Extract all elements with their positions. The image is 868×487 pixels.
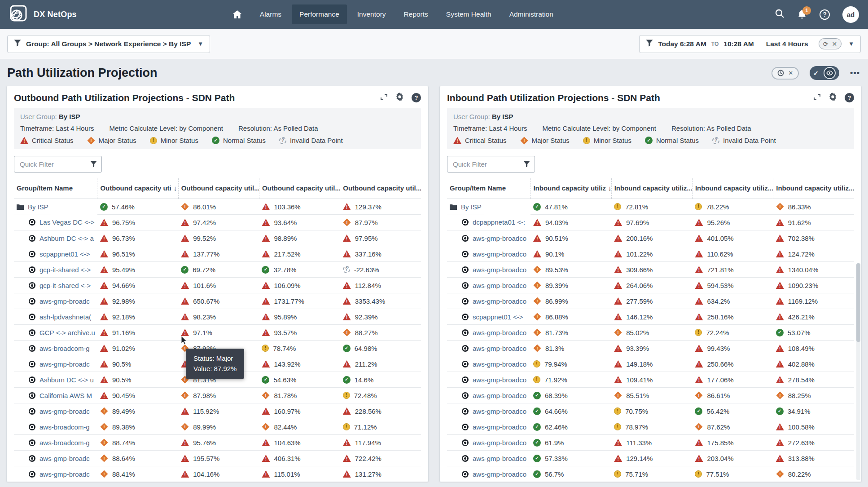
item-name-link[interactable]: aws-gmp-broadco xyxy=(473,235,526,242)
quick-filter-input[interactable] xyxy=(14,156,102,173)
metric-value: 86.33% xyxy=(788,203,811,211)
item-name-link[interactable]: ash-lpdvashneta( xyxy=(39,313,91,321)
filter-funnel-icon[interactable] xyxy=(90,161,97,169)
help-icon[interactable]: ? xyxy=(820,9,830,20)
refresh-icon[interactable]: ⟳ xyxy=(823,40,829,48)
help-icon[interactable]: ? xyxy=(845,93,854,102)
close-icon[interactable]: ✕ xyxy=(788,70,793,76)
search-icon[interactable] xyxy=(775,9,785,20)
item-name-link[interactable]: aws-gmp-broadco xyxy=(473,376,526,384)
nav-item-performance[interactable]: Performance xyxy=(292,4,347,24)
item-name-link[interactable]: scpappnet01 <-> xyxy=(473,313,523,321)
item-name-link[interactable]: aws-broadcom-g xyxy=(39,345,90,352)
metric-cell: !106.09% xyxy=(259,278,340,293)
user-avatar[interactable]: ad xyxy=(842,6,859,23)
metric-value: 90.51% xyxy=(545,235,568,242)
item-name-link[interactable]: gcp-it-shared <-> xyxy=(39,266,91,274)
column-header[interactable]: Outbound capacity util... xyxy=(340,178,421,199)
item-name-link[interactable]: California AWS M xyxy=(39,392,92,399)
item-name-link[interactable]: scpappnet01 <-> xyxy=(39,250,90,258)
major-status-icon: ! xyxy=(533,329,541,336)
normal-status-icon: ✓ xyxy=(343,376,351,384)
item-name-link[interactable]: aws-gmp-broadco xyxy=(473,439,526,447)
column-header[interactable]: Inbound capacity utiliz↓ xyxy=(530,178,611,199)
column-header[interactable]: Inbound capacity utiliz... xyxy=(773,178,854,199)
item-name-link[interactable]: aws-gmp-broadc xyxy=(39,407,90,415)
item-name-link[interactable]: aws-broadcom-g xyxy=(39,423,90,431)
item-name-link[interactable]: aws-gmp-broadco xyxy=(473,407,526,415)
item-name-link[interactable]: aws-gmp-broadco xyxy=(473,360,526,368)
critical-status-icon: ! xyxy=(20,137,28,144)
nav-item-inventory[interactable]: Inventory xyxy=(350,4,394,24)
item-name-link[interactable]: aws-gmp-broadco xyxy=(473,423,526,431)
critical-status-icon: ! xyxy=(695,282,703,289)
legend-item-normal: ✓Normal Status xyxy=(645,137,699,144)
column-header[interactable]: Inbound capacity utiliz... xyxy=(692,178,773,199)
chevron-down-icon[interactable]: ▼ xyxy=(197,40,203,47)
gear-icon[interactable] xyxy=(829,93,837,103)
item-name-cell: aws-gmp-broadco xyxy=(447,262,530,278)
item-name-link[interactable]: aws-gmp-broadco xyxy=(473,329,526,336)
item-name-link[interactable]: aws-gmp-broadco xyxy=(473,297,526,305)
scrollbar-thumb[interactable] xyxy=(856,263,860,342)
expand-view-icon[interactable] xyxy=(813,93,821,102)
item-name-link[interactable]: aws-gmp-broadco xyxy=(473,455,526,462)
nav-item-administration[interactable]: Administration xyxy=(502,4,561,24)
vertical-scrollbar[interactable] xyxy=(856,263,860,480)
group-filter-button[interactable]: Group: All Groups > Network Experience >… xyxy=(7,35,210,53)
time-chip-clear-button[interactable]: ✕ xyxy=(772,67,799,80)
item-name-link[interactable]: gcp-it-shared <-> xyxy=(39,282,91,289)
filter-funnel-icon[interactable] xyxy=(523,161,530,169)
nav-item-alarms[interactable]: Alarms xyxy=(252,4,289,24)
item-name-link[interactable]: dcpappneta01 <-: xyxy=(473,218,525,226)
metric-cell: !86.33% xyxy=(773,199,854,215)
home-icon[interactable] xyxy=(225,4,250,25)
item-name-link[interactable]: Ashburn DC <-> a xyxy=(39,235,94,242)
outbound-projections-table: Group/Item NameOutbound capacity uti↓Out… xyxy=(14,178,421,482)
metric-value: 87.98% xyxy=(193,392,216,399)
metric-cell: ✓34.91% xyxy=(773,403,854,419)
notifications-bell-icon[interactable]: 1 xyxy=(797,9,807,20)
help-icon[interactable]: ? xyxy=(412,93,421,102)
metric-cell: !278.54% xyxy=(773,372,854,388)
metric-value: 129.14% xyxy=(626,455,653,462)
item-name-link[interactable]: By ISP xyxy=(28,203,48,211)
item-name-link[interactable]: aws-gmp-broadco xyxy=(473,470,526,478)
metric-value: 89.39% xyxy=(545,282,568,289)
metric-value: 71.12% xyxy=(354,423,377,431)
gear-icon[interactable] xyxy=(395,93,404,103)
item-name-link[interactable]: aws-gmp-broadc xyxy=(39,297,90,305)
item-name-link[interactable]: aws-gmp-broadco xyxy=(473,282,526,289)
column-header[interactable]: Inbound capacity utiliz... xyxy=(611,178,692,199)
item-name-link[interactable]: aws-gmp-broadco xyxy=(473,250,526,258)
column-header[interactable]: Outbound capacity util... xyxy=(259,178,340,199)
item-name-link[interactable]: Ashburn DC <-> u xyxy=(39,376,94,384)
item-name-link[interactable]: aws-gmp-broadco xyxy=(473,266,526,274)
column-header[interactable]: Group/Item Name xyxy=(14,178,97,199)
item-name-link[interactable]: aws-gmp-broadco xyxy=(473,345,526,352)
item-name-link[interactable]: By ISP xyxy=(461,203,482,211)
column-header[interactable]: Group/Item Name xyxy=(447,178,530,199)
item-name-link[interactable]: aws-gmp-broadco xyxy=(473,392,526,399)
more-options-button[interactable]: ••• xyxy=(850,68,860,78)
item-name-link[interactable]: aws-gmp-broadc xyxy=(39,455,90,462)
minor-status-icon: ! xyxy=(695,470,702,478)
metric-cell: !92.18% xyxy=(97,309,178,325)
item-name-link[interactable]: GCP <-> archive.u xyxy=(39,329,95,336)
item-name-link[interactable]: aws-broadcom-g xyxy=(39,439,90,447)
nav-item-system-health[interactable]: System Health xyxy=(438,4,499,24)
column-header[interactable]: Outbound capacity util... xyxy=(178,178,259,199)
column-header[interactable]: Outbound capacity uti↓ xyxy=(97,178,178,199)
timeframe-filter-button[interactable]: Today 6:28 AM TO 10:28 AM Last 4 Hours ⟳… xyxy=(639,35,861,53)
expand-view-icon[interactable] xyxy=(380,93,388,102)
item-name-link[interactable]: aws-gmp-broadc xyxy=(39,470,90,478)
item-name-link[interactable]: Las Vegas DC <-> xyxy=(39,218,95,226)
visibility-toggle[interactable]: ✓ xyxy=(810,66,839,80)
chevron-down-icon[interactable]: ▼ xyxy=(848,40,854,47)
quick-filter-input[interactable] xyxy=(447,156,535,173)
item-name-link[interactable]: aws-gmp-broadc xyxy=(39,360,90,368)
nav-item-reports[interactable]: Reports xyxy=(396,4,436,24)
critical-status-icon: ! xyxy=(262,313,270,320)
close-icon[interactable]: ✕ xyxy=(832,40,837,48)
critical-status-icon: ! xyxy=(100,297,108,305)
